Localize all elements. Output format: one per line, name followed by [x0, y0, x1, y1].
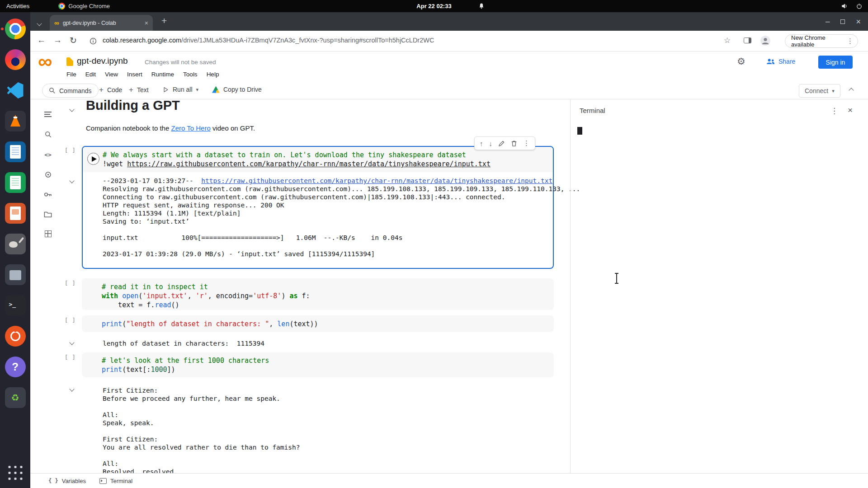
focused-app-indicator[interactable]: Google Chrome [58, 3, 110, 9]
code-line: text = f.read() [102, 300, 554, 310]
share-button[interactable]: Share [766, 58, 795, 65]
clock[interactable]: Apr 22 02:33 [416, 3, 451, 9]
menu-help[interactable]: Help [202, 69, 224, 80]
connect-label: Connect [805, 87, 828, 94]
section-collapse-icon[interactable] [70, 105, 74, 113]
window-close-button[interactable]: × [856, 18, 861, 26]
cell-output: --2023-01-17 01:39:27-- https://raw.gith… [103, 177, 550, 258]
tab-search-icon[interactable] [38, 19, 41, 27]
table-of-contents-icon[interactable] [42, 109, 53, 120]
show-applications-icon[interactable] [6, 464, 24, 482]
maximize-button[interactable] [840, 19, 845, 24]
profile-avatar[interactable] [760, 35, 771, 46]
add-text-label: Text [137, 86, 149, 94]
add-code-button[interactable]: + Code [99, 86, 122, 94]
run-all-label: Run all [173, 86, 193, 93]
chrome-update-button[interactable]: New Chrome available ⋮ [785, 34, 858, 48]
code-snippets-icon[interactable]: <> [42, 149, 53, 160]
caret-down-icon: ▾ [832, 88, 835, 94]
dock-writer-icon[interactable] [5, 141, 26, 162]
dock-software-icon[interactable] [5, 326, 26, 347]
sign-in-button[interactable]: Sign in [818, 56, 853, 69]
code-cell-read[interactable]: # read it in to inspect itwith open('inp… [82, 278, 554, 310]
notebook-title[interactable]: gpt-dev.ipynb [77, 56, 128, 66]
menu-insert[interactable]: Insert [123, 69, 147, 80]
minimize-button[interactable]: – [826, 18, 830, 25]
find-replace-icon[interactable] [42, 129, 53, 140]
dock-files-icon[interactable] [5, 264, 26, 285]
dock-vlc-icon[interactable] [5, 111, 26, 131]
output-collapse-icon[interactable] [70, 176, 74, 184]
variables-button[interactable]: { } Variables [48, 478, 86, 484]
menu-view[interactable]: View [100, 69, 123, 80]
edit-cell-icon[interactable] [498, 140, 505, 147]
dock-trash-icon[interactable] [5, 387, 26, 408]
connect-button[interactable]: Connect ▾ [799, 84, 840, 98]
output-collapse-icon[interactable] [70, 338, 74, 346]
system-tray[interactable] [841, 0, 863, 12]
code-cell-length[interactable]: print("length of dataset in characters: … [82, 315, 554, 332]
run-all-button[interactable]: Run all ▾ [162, 86, 198, 93]
code-line: HTTP request sent, awaiting response... … [103, 201, 550, 209]
move-cell-up-icon[interactable]: ↑ [480, 140, 483, 147]
code-line: length of dataset in characters: 1115394 [103, 339, 264, 347]
tab-gpt-dev[interactable]: ∞ gpt-dev.ipynb - Colab × [50, 15, 153, 31]
notification-bell-icon [478, 3, 485, 9]
dock-impress-icon[interactable] [5, 203, 26, 224]
dock-calc-icon[interactable] [5, 172, 26, 193]
browser-menu-icon[interactable]: ⋮ [847, 37, 854, 45]
move-cell-down-icon[interactable]: ↓ [489, 140, 493, 147]
bookmark-star-icon[interactable]: ☆ [724, 36, 731, 45]
back-button[interactable]: ← [37, 35, 46, 45]
files-folder-icon[interactable] [42, 209, 53, 220]
terminal-cursor[interactable] [577, 127, 582, 135]
dock-firefox-icon[interactable] [5, 49, 26, 70]
terminal-menu-icon[interactable]: ⋮ [830, 106, 838, 116]
code-line: with open('input.txt', 'r', encoding='ut… [102, 291, 554, 300]
activities-button[interactable]: Activities [6, 3, 29, 9]
menu-file[interactable]: File [62, 69, 81, 80]
add-text-button[interactable]: + Text [129, 86, 149, 94]
dock-vscode-icon[interactable] [5, 80, 26, 101]
grid-view-icon[interactable] [42, 228, 53, 239]
menu-runtime[interactable]: Runtime [147, 69, 179, 80]
terminal-button[interactable]: Terminal [99, 478, 132, 484]
run-cell-button[interactable] [87, 153, 99, 165]
forward-button[interactable]: → [53, 35, 62, 45]
reload-button[interactable]: ↻ [70, 35, 77, 46]
code-line [103, 225, 550, 234]
terminal-label: Terminal [110, 478, 132, 484]
variable-inspector-icon[interactable] [42, 169, 53, 180]
tab-title: gpt-dev.ipynb - Colab [63, 20, 141, 26]
settings-gear-icon[interactable]: ⚙ [737, 56, 745, 67]
menu-tools[interactable]: Tools [179, 69, 202, 80]
collapse-toolbar-icon[interactable] [849, 89, 853, 92]
terminal-close-icon[interactable]: × [848, 105, 853, 115]
code-line: Resolving raw.githubusercontent.com (raw… [103, 185, 550, 193]
search-icon [49, 87, 56, 94]
copy-to-drive-button[interactable]: Copy to Drive [212, 86, 262, 93]
delete-cell-icon[interactable] [511, 140, 517, 147]
code-line: Before we proceed any further, hear me s… [103, 394, 300, 403]
output-collapse-icon[interactable] [70, 385, 74, 393]
dock-terminal-icon[interactable] [5, 295, 26, 316]
dock-chrome-icon[interactable] [5, 19, 26, 39]
tab-close-icon[interactable]: × [145, 19, 148, 27]
menu-edit[interactable]: Edit [81, 69, 100, 80]
code-line: !wget https://raw.githubusercontent.com/… [103, 160, 553, 169]
code-cell-first1000[interactable]: # let's look at the first 1000 character… [82, 352, 554, 377]
side-panel-icon[interactable] [744, 38, 751, 43]
new-tab-button[interactable]: + [161, 15, 167, 26]
commands-button[interactable]: Commands [42, 84, 99, 98]
cell-more-icon[interactable]: ⋮ [523, 139, 530, 147]
code-line: # let's look at the first 1000 character… [102, 356, 554, 365]
url-bar[interactable]: colab.research.google.com/drive/1JMLa53H… [103, 37, 434, 44]
zero-to-hero-link[interactable]: Zero To Hero [171, 124, 210, 132]
code-cell-wget[interactable]: # We always start with a dataset to trai… [82, 146, 554, 269]
cell-code[interactable]: # We always start with a dataset to trai… [83, 147, 553, 172]
site-info-icon[interactable] [90, 38, 97, 45]
secrets-key-icon[interactable] [42, 189, 53, 200]
dock-help-icon[interactable] [5, 357, 26, 377]
colab-logo[interactable]: ∞ [38, 50, 52, 73]
dock-gimp-icon[interactable] [5, 234, 26, 254]
